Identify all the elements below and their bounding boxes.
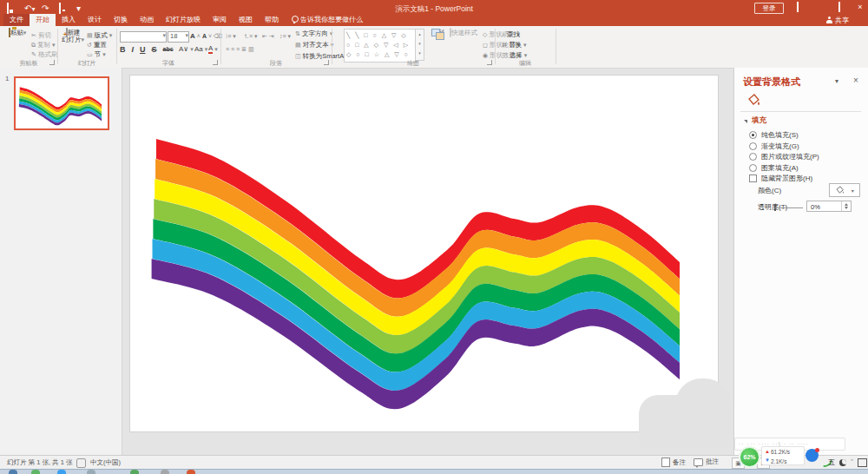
redo-icon[interactable]: ↷ [42, 3, 51, 13]
comments-button[interactable]: 批注 [694, 458, 719, 466]
fill-option-2[interactable]: 渐变填充(G) [749, 142, 799, 151]
new-slide-button[interactable]: 新建 幻灯片▾ [61, 30, 85, 43]
tab-开始[interactable]: 开始 [30, 14, 56, 26]
maximize-button[interactable] [832, 2, 847, 13]
transparency-value-spinner[interactable]: 0% [806, 201, 852, 212]
color-picker-button[interactable]: ▾ [829, 183, 860, 197]
paste-button[interactable]: 粘贴▾ [5, 30, 30, 36]
moon-icon[interactable] [839, 459, 846, 466]
drawing-dialog-launcher[interactable] [487, 60, 492, 65]
fill-option-5[interactable]: 隐藏背景图形(H) [749, 174, 812, 183]
tab-帮助[interactable]: 帮助 [259, 14, 285, 26]
font-size-input[interactable]: 18▾ [168, 31, 189, 43]
shrink-font-button[interactable]: A˅ [202, 32, 212, 40]
network-speed-widget[interactable]: ▲61.2K/s ▼2.1K/s [761, 446, 805, 465]
tab-审阅[interactable]: 审阅 [207, 14, 233, 26]
taskbar-icon[interactable] [57, 470, 66, 474]
minimize-button[interactable] [811, 2, 826, 13]
taskbar-icon[interactable] [130, 470, 139, 474]
sign-in-button[interactable]: 登录 [754, 3, 784, 14]
radio-icon[interactable] [749, 131, 757, 139]
share-button[interactable]: 共享 [826, 15, 849, 25]
underline-button[interactable]: U [140, 45, 146, 54]
tab-设计[interactable]: 设计 [82, 14, 108, 26]
fill-option-1[interactable]: 纯色填充(S) [749, 130, 799, 140]
paint-bucket-icon[interactable] [746, 94, 762, 111]
system-tray[interactable]: 五 ʼʼ ˄ [828, 458, 868, 467]
slide-canvas[interactable] [130, 76, 718, 431]
bold-button[interactable]: B [120, 45, 126, 54]
notes-button[interactable]: 备注 [661, 458, 686, 467]
find-button[interactable]: ⌕查找 [502, 30, 520, 38]
clear-formatting-button[interactable]: abc [163, 46, 174, 52]
radio-icon[interactable] [749, 164, 757, 172]
taskbar-icon[interactable] [87, 470, 95, 474]
input-method-icon[interactable]: 五 [828, 458, 835, 467]
slideshow-icon[interactable] [59, 3, 69, 13]
arrange-button[interactable]: 排列 [427, 30, 448, 36]
font-style-buttons[interactable]: B I U S abc [120, 45, 178, 53]
numbering-button[interactable]: ⒈≡▾ [243, 32, 258, 40]
close-button[interactable]: × [852, 2, 868, 13]
radio-icon[interactable] [749, 153, 757, 161]
notification-icon[interactable] [806, 449, 819, 462]
tell-me-box[interactable]: 告诉我你想要做什么 [300, 14, 363, 26]
line-spacing-button[interactable]: ↕≡▾ [279, 32, 291, 40]
strikethrough-button[interactable]: S [152, 45, 157, 54]
image-tray-icon[interactable] [858, 458, 867, 467]
grow-font-button[interactable]: A˄ [190, 32, 201, 40]
accessibility-icon[interactable] [76, 458, 86, 468]
paragraph-dialog-launcher[interactable] [324, 60, 329, 65]
fill-option-3[interactable]: 图片或纹理填充(P) [749, 152, 819, 161]
spinner-arrows[interactable] [841, 201, 851, 211]
shapes-gallery-scroll[interactable]: ▴▾▾ [415, 29, 424, 61]
quick-styles-button[interactable]: 快速样式 [450, 30, 477, 36]
language-indicator[interactable]: 中文(中国) [90, 458, 121, 467]
tab-动画[interactable]: 动画 [134, 14, 160, 26]
panel-dropdown-icon[interactable]: ▾ [835, 77, 838, 85]
copy-button[interactable]: ⧉复制▾ [31, 41, 56, 49]
taskbar-icon[interactable] [9, 470, 17, 474]
collapse-triangle-icon[interactable] [744, 120, 747, 123]
replace-button[interactable]: ⇄替换▾ [502, 41, 526, 49]
save-icon[interactable] [7, 3, 16, 13]
fill-section-header[interactable]: 填充 [752, 115, 766, 126]
layout-button[interactable]: ▤版式▾ [87, 31, 112, 39]
reset-button[interactable]: ↺重置 [87, 41, 107, 49]
radio-icon[interactable] [749, 142, 757, 150]
bullets-button[interactable]: ⁝≡▾ [226, 32, 236, 40]
rainbow-wave-shape[interactable] [130, 76, 718, 431]
optimizer-ball[interactable]: 62% [739, 446, 760, 468]
align-buttons[interactable]: ≡ ≡ ≡ ≣ ▥ [226, 45, 254, 53]
undo-icon[interactable]: ↶▾ [24, 3, 34, 13]
ribbon-display-options-button[interactable] [790, 2, 806, 13]
align-text-button[interactable]: ▤对齐文本▾ [295, 41, 333, 49]
slide-thumbnail[interactable] [14, 76, 109, 130]
font-dialog-launcher[interactable] [213, 60, 218, 65]
italic-button[interactable]: I [132, 45, 135, 54]
tab-插入[interactable]: 插入 [56, 14, 82, 26]
checkbox-icon[interactable] [749, 174, 757, 182]
fill-option-4[interactable]: 图案填充(A) [749, 163, 799, 173]
taskbar-icon[interactable] [187, 470, 195, 474]
panel-close-icon[interactable]: × [853, 76, 858, 85]
taskbar-icon[interactable] [161, 470, 169, 474]
tab-文件[interactable]: 文件 [3, 14, 30, 26]
text-direction-button[interactable]: ⇅文字方向▾ [295, 30, 332, 37]
taskbar-icon[interactable] [31, 470, 40, 474]
tray-dots-icon[interactable]: ʼʼ [851, 459, 853, 465]
cut-button[interactable]: ✂剪切 [31, 31, 51, 39]
tab-视图[interactable]: 视图 [233, 14, 259, 26]
font-color-button[interactable]: A▾ [208, 45, 218, 53]
format-painter-button[interactable]: ✎格式刷 [31, 50, 57, 58]
font-name-input[interactable]: ▾ [120, 31, 167, 43]
indent-buttons[interactable]: ⇤ ⇥ [262, 32, 274, 40]
clipboard-dialog-launcher[interactable] [49, 60, 55, 65]
change-case-button[interactable]: Aa▾ [194, 45, 207, 53]
tab-切换[interactable]: 切换 [108, 14, 134, 26]
character-spacing-button[interactable]: A∨▾ [179, 45, 194, 53]
transparency-slider[interactable] [775, 207, 803, 208]
select-button[interactable]: ⬚选择▾ [502, 51, 527, 59]
tab-幻灯片放映[interactable]: 幻灯片放映 [160, 14, 207, 26]
section-button[interactable]: ▭节▾ [87, 50, 106, 58]
